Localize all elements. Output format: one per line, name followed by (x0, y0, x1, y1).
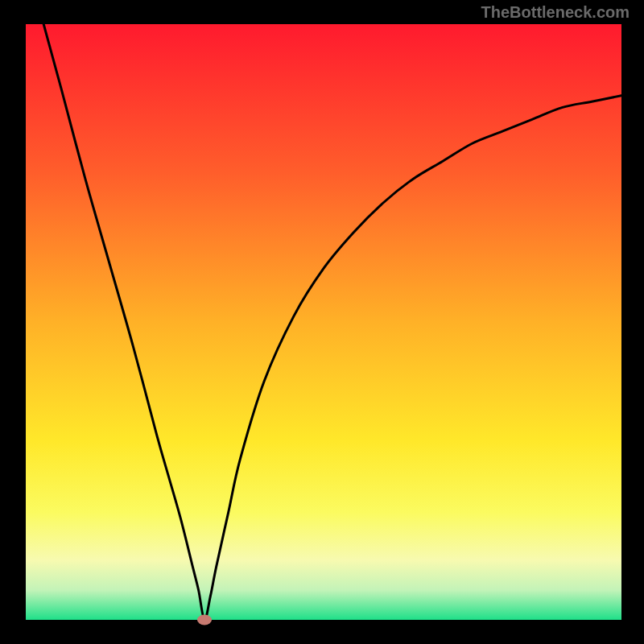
chart-curve-layer (26, 24, 621, 620)
chart-plot-area (26, 24, 621, 620)
marker-dot (197, 615, 212, 625)
bottleneck-curve (43, 24, 621, 620)
watermark-label: TheBottleneck.com (481, 3, 630, 22)
